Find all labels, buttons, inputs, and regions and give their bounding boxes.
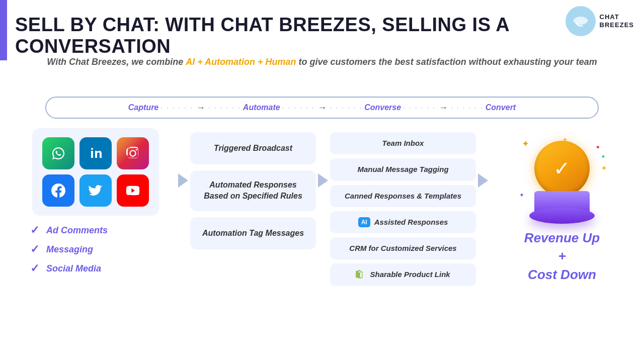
col-convert: ✦ ● ✦ ● ✦ ✦ ✓ Revenue Up + Cost Down	[490, 128, 634, 284]
pipeline-step-converse: Converse	[364, 103, 401, 112]
check-icon-social-media: ✓	[30, 262, 39, 275]
checklist-item-messaging: ✓ Messaging	[30, 243, 176, 256]
check-label-ad-comments: Ad Comments	[46, 225, 108, 236]
col-automate: Triggered Broadcast Automated Responses …	[190, 128, 316, 249]
facebook-icon	[42, 174, 74, 207]
col-arrow-3	[476, 128, 490, 188]
coin-check-icon: ✓	[553, 157, 571, 180]
check-label-messaging: Messaging	[46, 244, 93, 255]
arrow-icon-3	[478, 173, 488, 188]
check-icon-ad-comments: ✓	[30, 224, 39, 237]
col-capture: ✓ Ad Comments ✓ Messaging ✓ Social Media	[15, 128, 176, 275]
col-arrow-1	[176, 128, 190, 188]
converse-box-crm: CRM for Customized Services	[330, 237, 476, 259]
col-converse: Team Inbox Manual Message Tagging Canned…	[330, 128, 476, 286]
instagram-icon	[117, 137, 149, 169]
pipeline-arrow-3: →	[439, 103, 448, 113]
revenue-text: Revenue Up + Cost Down	[524, 229, 600, 284]
main-title: SELL BY CHAT: WITH CHAT BREEZES, SELLING…	[15, 14, 644, 57]
pipeline-step-capture: Capture	[128, 103, 158, 112]
checklist-item-social-media: ✓ Social Media	[30, 262, 176, 275]
checklist-item-ad-comments: ✓ Ad Comments	[30, 224, 176, 237]
linkedin-icon	[79, 137, 112, 169]
subtitle-prefix: With Chat Breezes, we combine	[47, 57, 186, 67]
col-arrow-2	[316, 128, 330, 188]
converse-box-canned-responses: Canned Responses & Templates	[330, 185, 476, 207]
pipeline-step-convert: Convert	[486, 103, 516, 112]
subtitle-suffix: to give customers the best satisfaction …	[296, 57, 597, 67]
twitter-icon	[79, 174, 112, 207]
automate-box-tag: Automation Tag Messages	[190, 217, 316, 249]
arrow-icon-1	[178, 173, 188, 188]
check-label-social-media: Social Media	[46, 263, 101, 274]
content-area: ✓ Ad Comments ✓ Messaging ✓ Social Media…	[15, 128, 634, 357]
pipeline-bar: Capture · · · · · · → · · · · · · Automa…	[45, 97, 599, 119]
converse-box-manual-tagging: Manual Message Tagging	[330, 158, 476, 180]
trophy-visual: ✦ ● ✦ ● ✦ ✦ ✓	[517, 133, 607, 224]
converse-box-assisted: AI Assisted Responses	[330, 211, 476, 233]
check-icon-messaging: ✓	[30, 243, 39, 256]
automate-box-automated: Automated Responses Based on Specified R…	[190, 170, 316, 211]
deco-star-2: ●	[596, 143, 600, 150]
left-accent-bar	[0, 0, 7, 60]
ai-badge: AI	[358, 217, 370, 227]
youtube-icon	[117, 174, 149, 207]
coin-main: ✓	[534, 141, 590, 196]
revenue-line1: Revenue Up	[524, 229, 600, 247]
deco-star-6: ✦	[601, 163, 607, 173]
pipeline-arrow-2: →	[317, 103, 327, 113]
automate-box-triggered: Triggered Broadcast	[190, 132, 316, 164]
social-grid	[32, 128, 159, 216]
whatsapp-icon	[42, 137, 74, 169]
revenue-plus: +	[524, 247, 600, 265]
revenue-line2: Cost Down	[524, 265, 600, 284]
shopify-icon	[356, 270, 364, 279]
subtitle: With Chat Breezes, we combine AI + Autom…	[0, 55, 644, 69]
pipeline-arrow-1: →	[196, 103, 205, 113]
converse-box-team-inbox: Team Inbox	[330, 132, 476, 154]
pipeline-step-automate: Automate	[243, 103, 280, 112]
coin-base	[529, 208, 595, 224]
converse-box-shopify: Sharable Product Link	[330, 263, 476, 286]
deco-star-5: ✦	[519, 192, 524, 199]
deco-star-1: ✦	[522, 138, 529, 149]
deco-star-4: ●	[602, 153, 605, 159]
shopify-badge: Sharable Product Link	[356, 269, 450, 280]
subtitle-highlight: AI + Automation + Human	[186, 57, 296, 67]
svg-point-0	[49, 144, 67, 162]
checklist: ✓ Ad Comments ✓ Messaging ✓ Social Media	[15, 224, 176, 275]
arrow-icon-2	[318, 173, 328, 188]
